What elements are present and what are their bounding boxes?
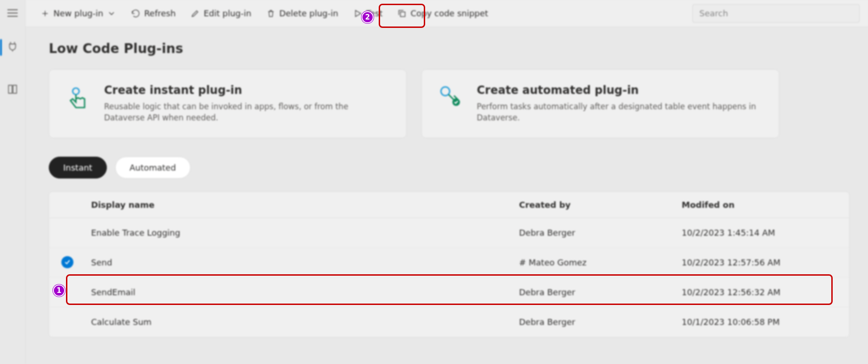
copy-snippet-button[interactable]: Copy code snippet [391, 5, 494, 22]
left-rail [0, 0, 26, 364]
table-row[interactable]: Calculate Sum Debra Berger 10/1/2023 10:… [49, 307, 849, 337]
cell-modified-on: 10/1/2023 10:06:58 PM [682, 317, 844, 327]
toolbar: New plug-in Refresh Edit plug-in Delete … [26, 0, 868, 27]
cell-modified-on: 10/2/2023 12:57:56 AM [682, 258, 844, 267]
card-instant-title: Create instant plug-in [104, 84, 390, 97]
refresh-label: Refresh [144, 8, 176, 18]
search-placeholder: Search [699, 8, 728, 18]
cell-created-by: # Mateo Gomez [519, 258, 682, 267]
plus-icon [40, 9, 50, 18]
new-plugin-button[interactable]: New plug-in [34, 5, 123, 22]
test-button[interactable]: Test [347, 5, 389, 22]
col-modified-on[interactable]: Modifed on [682, 200, 844, 210]
hamburger-icon[interactable] [7, 9, 18, 17]
selected-check-icon[interactable] [61, 256, 73, 268]
tab-instant-label: Instant [63, 163, 92, 172]
edit-plugin-label: Edit plug-in [204, 8, 251, 18]
svg-rect-0 [401, 12, 405, 16]
table-row[interactable]: SendEmail Debra Berger 10/2/2023 12:56:3… [49, 278, 849, 307]
tab-automated[interactable]: Automated [115, 157, 191, 179]
table-header: Display name Created by Modifed on [49, 192, 849, 218]
card-instant-desc: Reusable logic that can be invoked in ap… [104, 101, 390, 124]
svg-point-2 [441, 87, 450, 96]
chevron-down-icon [107, 9, 116, 18]
test-label: Test [366, 8, 382, 18]
cell-display-name: Calculate Sum [91, 317, 519, 327]
table-row[interactable]: Send # Mateo Gomez 10/2/2023 12:57:56 AM [49, 248, 849, 278]
cell-modified-on: 10/2/2023 1:45:14 AM [682, 228, 844, 238]
card-automated-title: Create automated plug-in [477, 84, 763, 97]
plugin-icon [7, 40, 19, 54]
col-display-name[interactable]: Display name [91, 200, 519, 210]
cell-display-name: Send [91, 258, 519, 267]
copy-snippet-label: Copy code snippet [410, 8, 488, 18]
trash-icon [266, 9, 276, 18]
cell-display-name: SendEmail [91, 287, 519, 297]
book-icon [7, 83, 19, 97]
pencil-icon [191, 9, 200, 18]
copy-icon [397, 9, 407, 18]
plug-icon [438, 84, 464, 110]
search-input[interactable]: Search [692, 4, 860, 23]
svg-point-1 [72, 88, 79, 94]
col-created-by[interactable]: Created by [519, 200, 682, 210]
cell-modified-on: 10/2/2023 12:56:32 AM [682, 287, 844, 297]
tab-instant[interactable]: Instant [49, 157, 107, 179]
delete-plugin-button[interactable]: Delete plug-in [260, 5, 345, 22]
page-title: Low Code Plug-ins [49, 41, 849, 56]
cell-created-by: Debra Berger [519, 228, 682, 238]
card-automated-desc: Perform tasks automatically after a desi… [477, 101, 763, 124]
tab-automated-label: Automated [130, 163, 176, 172]
edit-plugin-button[interactable]: Edit plug-in [184, 5, 258, 22]
cell-created-by: Debra Berger [519, 317, 682, 327]
delete-plugin-label: Delete plug-in [279, 8, 338, 18]
plugins-table: Display name Created by Modifed on Enabl… [49, 192, 849, 338]
refresh-icon [131, 9, 140, 18]
card-automated-plugin[interactable]: Create automated plug-in Perform tasks a… [421, 69, 779, 138]
rail-item-plugins[interactable] [0, 35, 26, 60]
refresh-button[interactable]: Refresh [125, 5, 182, 22]
play-icon [353, 9, 362, 18]
table-row[interactable]: Enable Trace Logging Debra Berger 10/2/2… [49, 218, 849, 248]
rail-item-library[interactable] [0, 78, 26, 102]
cell-created-by: Debra Berger [519, 287, 682, 297]
cell-display-name: Enable Trace Logging [91, 228, 519, 238]
card-instant-plugin[interactable]: Create instant plug-in Reusable logic th… [49, 69, 407, 138]
tap-icon [65, 84, 91, 110]
new-plugin-label: New plug-in [53, 8, 103, 18]
